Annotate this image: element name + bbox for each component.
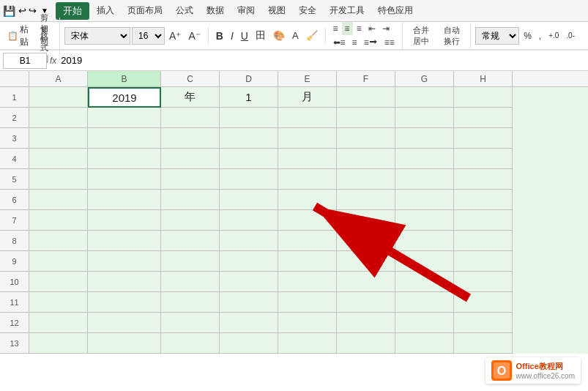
cell-E2[interactable] <box>278 108 337 128</box>
cell-B12[interactable] <box>88 313 161 333</box>
cell-G10[interactable] <box>395 272 454 292</box>
cell-F5[interactable] <box>337 169 395 190</box>
align-left[interactable]: ⬅≡ <box>330 36 349 49</box>
cell-E3[interactable] <box>278 128 337 149</box>
cell-A9[interactable] <box>29 251 88 272</box>
cell-A2[interactable] <box>29 108 88 128</box>
cell-C4[interactable] <box>161 149 220 169</box>
font-color-button[interactable]: A <box>289 29 302 42</box>
cell-H3[interactable] <box>454 128 513 149</box>
cell-E10[interactable] <box>278 272 337 292</box>
cell-D7[interactable] <box>220 210 278 231</box>
cell-D11[interactable] <box>220 292 278 313</box>
cell-D3[interactable] <box>220 128 278 149</box>
cell-A12[interactable] <box>29 313 88 333</box>
cell-H4[interactable] <box>454 149 513 169</box>
col-header-F[interactable]: F <box>337 71 395 86</box>
cell-B13[interactable] <box>88 333 161 354</box>
comma-button[interactable]: , <box>536 29 544 42</box>
font-size-select[interactable]: 16 <box>132 27 165 45</box>
decimal-up-button[interactable]: +.0 <box>546 30 562 41</box>
cell-F8[interactable] <box>337 231 395 251</box>
cell-C7[interactable] <box>161 210 220 231</box>
menu-review[interactable]: 审阅 <box>231 3 261 18</box>
font-name-select[interactable]: 宋体 <box>64 27 130 45</box>
cell-F13[interactable] <box>337 333 395 354</box>
border-button[interactable]: 田 <box>253 28 269 44</box>
col-header-A[interactable]: A <box>29 71 88 86</box>
cell-H1[interactable] <box>454 87 513 108</box>
cell-F11[interactable] <box>337 292 395 313</box>
cell-G5[interactable] <box>395 169 454 190</box>
cell-E12[interactable] <box>278 313 337 333</box>
cell-F3[interactable] <box>337 128 395 149</box>
cell-G13[interactable] <box>395 333 454 354</box>
merge-center-button[interactable]: 合并居中 <box>407 23 436 48</box>
cell-B3[interactable] <box>88 128 161 149</box>
save-icon[interactable]: 💾 <box>3 5 15 17</box>
cell-F12[interactable] <box>337 313 395 333</box>
align-top-right[interactable]: ≡ <box>354 22 365 35</box>
underline-button[interactable]: U <box>238 29 251 43</box>
cell-H10[interactable] <box>454 272 513 292</box>
cell-B1[interactable]: 2019 <box>88 87 161 108</box>
cell-B9[interactable] <box>88 251 161 272</box>
undo-icon[interactable]: ↩ <box>18 5 26 16</box>
cell-H6[interactable] <box>454 190 513 210</box>
cell-F4[interactable] <box>337 149 395 169</box>
cell-C12[interactable] <box>161 313 220 333</box>
cell-F9[interactable] <box>337 251 395 272</box>
col-header-H[interactable]: H <box>454 71 513 86</box>
bold-button[interactable]: B <box>213 29 226 43</box>
align-center[interactable]: ≡ <box>349 36 360 49</box>
cell-D5[interactable] <box>220 169 278 190</box>
menu-security[interactable]: 安全 <box>293 3 322 18</box>
cell-B8[interactable] <box>88 231 161 251</box>
percent-button[interactable]: % <box>521 29 535 42</box>
cell-E5[interactable] <box>278 169 337 190</box>
cell-B11[interactable] <box>88 292 161 313</box>
cell-F2[interactable] <box>337 108 395 128</box>
bg-color-button[interactable]: 🎨 <box>270 29 288 42</box>
cell-C3[interactable] <box>161 128 220 149</box>
cell-H9[interactable] <box>454 251 513 272</box>
col-header-E[interactable]: E <box>278 71 337 86</box>
cell-A13[interactable] <box>29 333 88 354</box>
cell-F7[interactable] <box>337 210 395 231</box>
cell-reference-input[interactable] <box>3 53 47 69</box>
cell-H2[interactable] <box>454 108 513 128</box>
col-header-C[interactable]: C <box>161 71 220 86</box>
cell-H13[interactable] <box>454 333 513 354</box>
menu-pagelayout[interactable]: 页面布局 <box>122 3 168 18</box>
cell-A1[interactable] <box>29 87 88 108</box>
menu-insert[interactable]: 插入 <box>91 3 120 18</box>
cell-G8[interactable] <box>395 231 454 251</box>
cell-C10[interactable] <box>161 272 220 292</box>
align-right[interactable]: ≡⮕ <box>361 36 381 49</box>
cell-C6[interactable] <box>161 190 220 210</box>
cell-D9[interactable] <box>220 251 278 272</box>
cell-A10[interactable] <box>29 272 88 292</box>
menu-view[interactable]: 视图 <box>262 3 291 18</box>
number-format-select[interactable]: 常规 <box>475 27 519 45</box>
cell-E13[interactable] <box>278 333 337 354</box>
cell-D13[interactable] <box>220 333 278 354</box>
formula-input[interactable] <box>61 55 585 66</box>
cell-G3[interactable] <box>395 128 454 149</box>
increase-indent[interactable]: ⇥ <box>379 22 392 35</box>
align-top-center[interactable]: ≡ <box>342 22 353 35</box>
cell-B4[interactable] <box>88 149 161 169</box>
cell-E1[interactable]: 月 <box>278 87 337 108</box>
paste-button[interactable]: 📋 粘贴 <box>4 22 31 50</box>
cell-G2[interactable] <box>395 108 454 128</box>
cell-B2[interactable] <box>88 108 161 128</box>
cell-H8[interactable] <box>454 231 513 251</box>
cell-D8[interactable] <box>220 231 278 251</box>
cell-E8[interactable] <box>278 231 337 251</box>
cell-B5[interactable] <box>88 169 161 190</box>
cell-D2[interactable] <box>220 108 278 128</box>
cell-E4[interactable] <box>278 149 337 169</box>
cell-A4[interactable] <box>29 149 88 169</box>
cell-A7[interactable] <box>29 210 88 231</box>
cell-A11[interactable] <box>29 292 88 313</box>
